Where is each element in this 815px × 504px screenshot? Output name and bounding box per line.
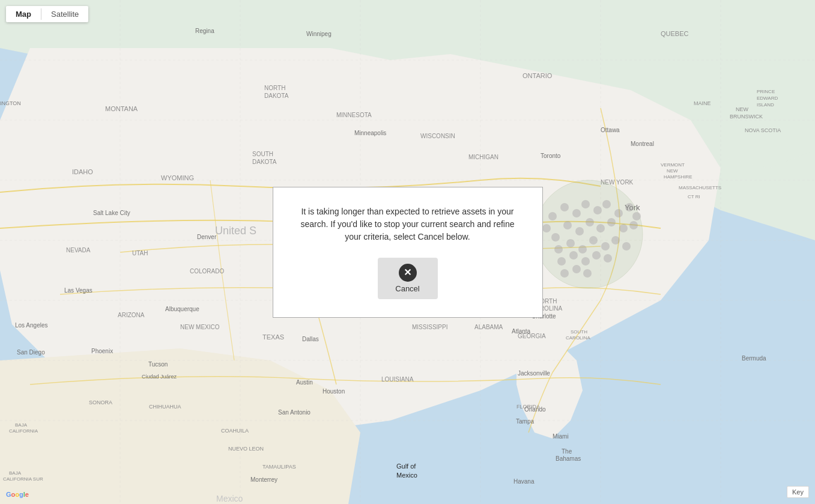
map-container: ONTARIO QUEBEC Calgary Regina Winnipeg I… — [0, 0, 815, 504]
cancel-icon: ✕ — [399, 264, 417, 282]
modal-overlay: It is taking longer than expected to ret… — [0, 0, 815, 504]
modal-box: It is taking longer than expected to ret… — [273, 187, 543, 318]
cancel-button[interactable]: ✕ Cancel — [378, 258, 438, 299]
cancel-label: Cancel — [395, 284, 419, 293]
cancel-button-wrap: ✕ Cancel — [297, 258, 518, 299]
modal-message: It is taking longer than expected to ret… — [297, 205, 518, 243]
